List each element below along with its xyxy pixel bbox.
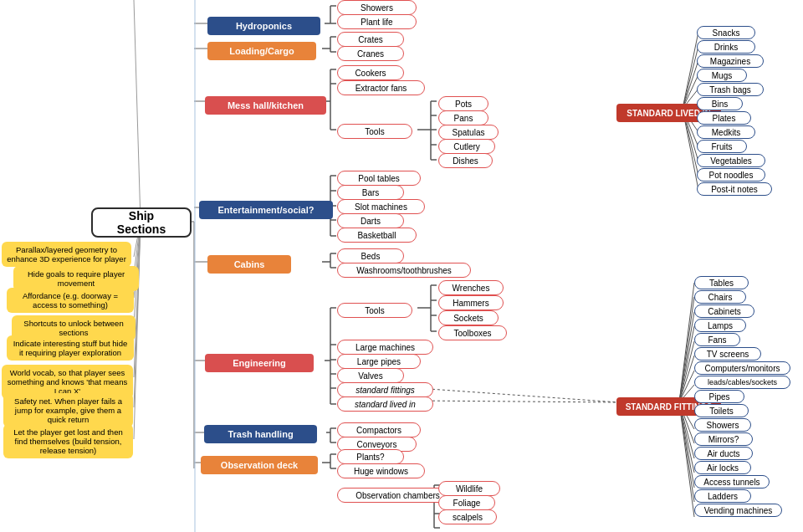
tables-item: Tables xyxy=(694,276,749,289)
compactors-item: Compactors xyxy=(337,422,421,437)
svg-line-72 xyxy=(683,60,698,109)
plant-life-item: Plant life xyxy=(337,14,417,29)
plants-item: Plants? xyxy=(337,449,404,464)
svg-line-86 xyxy=(679,341,694,402)
pool-tables-item: Pool tables xyxy=(337,171,421,186)
yellow-8-label: Let the player get lost and then find th… xyxy=(8,427,128,455)
extractor-fans-item: Extractor fans xyxy=(337,80,425,95)
hydroponics-section: Hydroponics xyxy=(207,17,320,35)
pool-tables-label: Pool tables xyxy=(358,174,399,183)
medkits-item: Medkits xyxy=(697,125,755,139)
yellow-node-8: Let the player get lost and then find th… xyxy=(3,424,133,458)
svg-line-100 xyxy=(417,401,619,402)
ship-sections-label: Ship Sections xyxy=(105,209,178,236)
bars-label: Bars xyxy=(362,188,380,197)
crates-label: Crates xyxy=(358,35,382,44)
basketball-item: Basketball xyxy=(337,228,417,243)
pipes-item: Pipes xyxy=(694,390,744,403)
standard-fittings-item: standard fittings xyxy=(337,382,433,397)
basketball-label: Basketball xyxy=(357,231,396,240)
svg-line-87 xyxy=(679,356,694,402)
spatulas-item: Spatulas xyxy=(438,125,499,140)
pot-noodles-label: Pot noodles xyxy=(709,171,754,180)
post-it-notes-item: Post-it notes xyxy=(697,182,772,196)
plates-label: Plates xyxy=(713,114,736,123)
yellow-1-label: Parallax/layered geometry to enhance 3D … xyxy=(7,245,126,263)
yellow-node-3: Affordance (e.g. doorway = access to som… xyxy=(7,288,134,313)
entertainment-label: Entertainment/social? xyxy=(218,205,315,215)
leads-item: leads/cables/sockets xyxy=(694,376,790,389)
darts-label: Darts xyxy=(361,217,381,226)
tools-mess-item: Tools xyxy=(337,124,412,139)
cabinets-item: Cabinets xyxy=(694,304,754,318)
mess-label: Mess hall/kitchen xyxy=(228,100,304,110)
vegetables-item: Vegetables xyxy=(697,154,765,167)
dishes-item: Dishes xyxy=(438,153,493,168)
trash-label: Trash handling xyxy=(228,429,293,439)
entertainment-section: Entertainment/social? xyxy=(199,201,333,219)
yellow-node-7: Safety net. When player fails a jump for… xyxy=(3,393,133,427)
svg-line-99 xyxy=(417,388,619,402)
darts-item: Darts xyxy=(337,213,404,228)
large-pipes-item: Large pipes xyxy=(337,354,421,369)
svg-line-97 xyxy=(679,402,694,502)
vegetables-label: Vegetables xyxy=(710,156,752,166)
yellow-node-5: Indicate interesting stuff but hide it r… xyxy=(7,335,134,361)
conveyors-label: Conveyors xyxy=(357,440,397,449)
cookers-item: Cookers xyxy=(337,65,404,80)
cookers-label: Cookers xyxy=(355,69,386,78)
chairs-item: Chairs xyxy=(694,290,746,304)
cranes-item: Cranes xyxy=(337,46,404,61)
post-it-notes-label: Post-it notes xyxy=(711,185,758,194)
toilets-item: Toilets xyxy=(694,404,749,417)
wildlife-item: Wildlife xyxy=(438,481,500,496)
observation-label: Observation deck xyxy=(221,460,298,470)
air-locks-item: Air locks xyxy=(694,461,751,474)
beds-item: Beds xyxy=(337,248,404,263)
plants-label: Plants? xyxy=(356,453,384,462)
ladders-item: Ladders xyxy=(694,489,751,503)
cutlery-label: Cutlery xyxy=(453,142,480,151)
showers-right-item: Showers xyxy=(694,418,751,432)
sockets-item: Sockets xyxy=(438,310,499,325)
computers-item: Computers/monitors xyxy=(694,361,790,375)
fruits-item: Fruits xyxy=(697,140,747,153)
loading-label: Loading/Cargo xyxy=(229,46,294,56)
bins-label: Bins xyxy=(712,100,728,109)
svg-line-71 xyxy=(683,46,698,109)
ship-sections-node: Ship Sections xyxy=(91,207,192,238)
valves-item: Valves xyxy=(337,368,404,383)
crates-item: Crates xyxy=(337,32,404,47)
fruits-label: Fruits xyxy=(712,142,733,151)
lamps-item: Lamps xyxy=(694,319,746,332)
sockets-label: Sockets xyxy=(453,314,483,323)
drinks-label: Drinks xyxy=(714,43,738,52)
pots-item: Pots xyxy=(438,96,488,111)
mugs-label: Mugs xyxy=(712,71,732,80)
pans-label: Pans xyxy=(454,114,473,123)
air-ducts-item: Air ducts xyxy=(694,447,753,460)
snacks-label: Snacks xyxy=(713,28,740,38)
hydroponics-label: Hydroponics xyxy=(236,21,292,31)
large-machines-item: Large machines xyxy=(337,340,433,355)
tv-screens-item: TV screens xyxy=(694,347,761,361)
washrooms-label: Washrooms/toothbrushes xyxy=(356,266,452,275)
drinks-item: Drinks xyxy=(697,40,755,54)
huge-windows-item: Huge windows xyxy=(337,463,425,478)
wildlife-label: Wildlife xyxy=(456,484,483,494)
foliage-label: Foliage xyxy=(453,499,481,508)
svg-line-106 xyxy=(134,222,141,377)
svg-line-105 xyxy=(134,0,141,222)
loading-section: Loading/Cargo xyxy=(207,42,316,60)
cabins-label: Cabins xyxy=(234,259,265,269)
large-machines-label: Large machines xyxy=(355,343,415,352)
yellow-6-label: World vocab, so that player sees somethi… xyxy=(7,368,128,396)
yellow-7-label: Safety net. When player fails a jump for… xyxy=(8,396,128,424)
plant-life-label: Plant life xyxy=(361,18,392,27)
yellow-3-label: Affordance (e.g. doorway = access to som… xyxy=(12,291,129,309)
toolboxes-label: Toolboxes xyxy=(453,329,491,338)
yellow-2-label: Hide goals to require player movement xyxy=(18,269,134,288)
showers-item: Showers xyxy=(337,0,417,15)
beds-label: Beds xyxy=(361,252,381,261)
washrooms-item: Washrooms/toothbrushes xyxy=(337,263,471,278)
